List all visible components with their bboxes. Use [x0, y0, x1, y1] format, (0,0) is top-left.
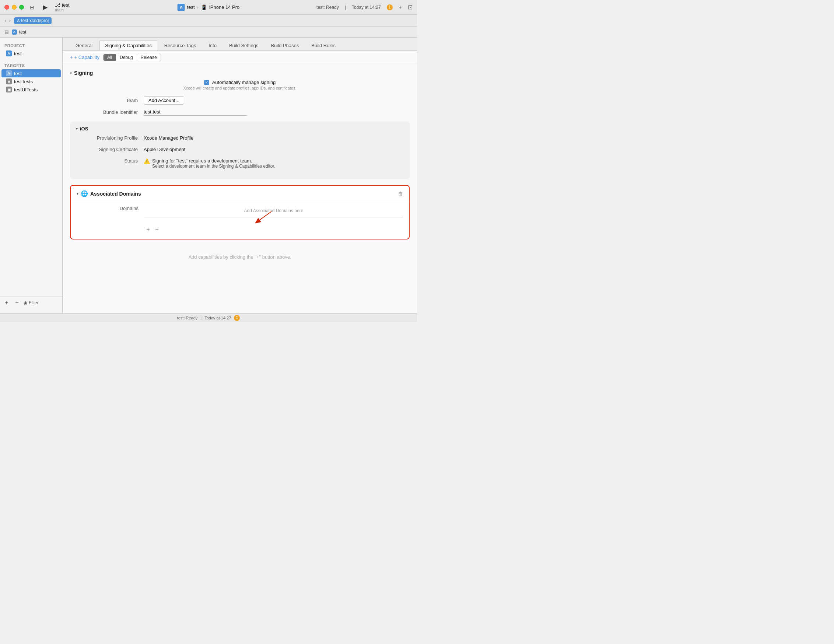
associated-domains-section: ▾ 🌐 Associated Domains 🗑 Domains Add Ass… [70, 185, 410, 239]
filter-release-button[interactable]: Release [137, 54, 161, 61]
scroll-content: ▾ Signing Automatically manage signing X… [63, 64, 417, 313]
target-testUITests-label: testUITests [14, 87, 37, 92]
targets-section-title: TARGETS [0, 62, 62, 69]
run-button[interactable] [40, 2, 50, 13]
delete-capability-button[interactable]: 🗑 [398, 191, 403, 197]
target-test-label: test [14, 71, 22, 76]
capabilities-hint: Add capabilities by clicking the "+" but… [70, 245, 410, 269]
domains-label: Domains [71, 204, 144, 211]
add-button[interactable]: + [399, 4, 402, 11]
bundle-label: Bundle Identifier [70, 109, 144, 115]
filter-debug-button[interactable]: Debug [116, 54, 137, 61]
provisioning-row: Provisioning Profile Xcode Managed Profi… [70, 135, 410, 143]
tab-bar: General Signing & Capabilities Resource … [63, 37, 417, 51]
project-item-label: test [14, 51, 22, 57]
signing-cert-label: Signing Certificate [70, 147, 144, 152]
main-layout: PROJECT A test TARGETS A test ⧫ testTest… [0, 37, 417, 313]
team-row: Team Add Account... [70, 96, 410, 105]
target-testUITests-icon: ▣ [6, 87, 12, 92]
target-testTests-label: testTests [14, 79, 33, 84]
auto-manage-row: Automatically manage signing Xcode will … [70, 79, 410, 90]
tab-build-rules[interactable]: Build Rules [306, 40, 341, 50]
sidebar-item-testUITests[interactable]: ▣ testUITests [2, 86, 61, 94]
tab-general[interactable]: General [70, 40, 98, 50]
scheme-name: test [62, 2, 70, 8]
forward-button[interactable]: › [8, 17, 12, 24]
provisioning-label: Provisioning Profile [70, 135, 144, 141]
signing-cert-row: Signing Certificate Apple Development [70, 147, 410, 154]
project-label: A test [12, 29, 26, 35]
sidebar-item-testTests[interactable]: ⧫ testTests [2, 78, 61, 86]
titlebar-center: A test › 📱 iPhone 14 Pro [178, 4, 240, 11]
signing-section-body: Automatically manage signing Xcode will … [70, 79, 410, 116]
status-label: Status [70, 158, 144, 163]
sidebar-panel-toggle[interactable]: ⊟ [5, 29, 9, 35]
remove-domain-button[interactable]: − [153, 226, 161, 234]
device-name: iPhone 14 Pro [209, 5, 239, 10]
filter-icon: ◉ [24, 300, 27, 306]
breadcrumb-bar: ‹ › A test.xcodeproj [0, 15, 417, 26]
tab-build-phases[interactable]: Build Phases [265, 40, 304, 50]
ad-header-left: ▾ 🌐 Associated Domains [77, 190, 398, 197]
close-button[interactable] [5, 5, 9, 10]
scheme-picker[interactable]: ⎇ test main [55, 2, 70, 12]
sidebar-item-test[interactable]: A test [2, 69, 61, 78]
back-button[interactable]: ‹ [4, 17, 7, 24]
inspector-toggle[interactable]: ⊡ [408, 4, 412, 11]
tab-info[interactable]: Info [203, 40, 222, 50]
breadcrumb-file[interactable]: A test.xcodeproj [14, 17, 52, 24]
bundle-identifier-input[interactable] [144, 108, 247, 116]
minimize-button[interactable] [12, 5, 16, 10]
auto-manage-label: Automatically manage signing [212, 79, 276, 85]
add-capability-button[interactable]: + + Capability [70, 55, 99, 60]
fullscreen-button[interactable] [19, 5, 24, 10]
filter-all-button[interactable]: All [103, 54, 116, 61]
team-button[interactable]: Add Account... [144, 96, 184, 105]
sidebar-item-project[interactable]: A test [2, 49, 61, 57]
sidebar-bottom: + − ◉ Filter [0, 296, 62, 309]
status-messages: Signing for "test" requires a developmen… [152, 158, 275, 169]
file-icon: A [17, 18, 19, 23]
signing-section: ▾ Signing Automatically manage signing X… [70, 70, 410, 116]
add-capability-label: + Capability [74, 55, 99, 60]
tab-build-settings[interactable]: Build Settings [224, 40, 264, 50]
status-time: Today at 14:27 [352, 5, 381, 10]
signing-section-title: Signing [74, 70, 93, 76]
domains-input-area[interactable]: Add Associated Domains here [144, 204, 403, 217]
remove-target-button[interactable]: − [13, 299, 21, 306]
signing-cert-value: Apple Development [144, 147, 410, 152]
target-testTests-icon: ⧫ [6, 78, 12, 84]
status-notification-badge[interactable]: 1 [234, 315, 240, 321]
add-remove-buttons: + − [144, 224, 403, 236]
auto-manage-checkbox[interactable] [204, 80, 209, 85]
bundle-row: Bundle Identifier [70, 108, 410, 116]
status-bar: test: Ready | Today at 14:27 1 [0, 313, 417, 322]
notification-badge[interactable]: 1 [387, 5, 393, 10]
status-center: test: Ready | Today at 14:27 1 [5, 315, 412, 321]
file-name: test.xcodeproj [21, 18, 48, 23]
status-row: Status ⚠️ Signing for "test" requires a … [70, 158, 410, 171]
add-target-button[interactable]: + [3, 299, 10, 306]
scheme-display: test [187, 5, 195, 10]
auto-manage-desc: Xcode will create and update profiles, a… [183, 86, 297, 90]
domains-hint: Add Associated Domains here [244, 208, 304, 213]
status-ready-text: test: Ready [177, 316, 198, 320]
branch-label: main [55, 8, 70, 12]
signing-section-header[interactable]: ▾ Signing [70, 70, 410, 76]
ios-title: iOS [80, 126, 88, 131]
ios-chevron-icon: ▾ [76, 127, 78, 131]
sidebar-toggle-button[interactable]: ⊟ [28, 4, 36, 11]
tab-resource-tags[interactable]: Resource Tags [159, 40, 202, 50]
project-small-icon: A [12, 29, 17, 35]
provisioning-value: Xcode Managed Profile [144, 135, 410, 141]
status-divider: | [200, 316, 202, 320]
filter-button[interactable]: ◉ Filter [24, 300, 39, 306]
tab-signing-capabilities[interactable]: Signing & Capabilities [99, 40, 157, 50]
add-domain-button[interactable]: + [144, 226, 152, 234]
nav-arrows: ‹ › [4, 17, 12, 24]
ios-header[interactable]: ▾ iOS [70, 126, 410, 131]
globe-icon: 🌐 [81, 190, 88, 197]
warning-icon: ⚠️ [144, 158, 150, 164]
status-text: test: Ready [317, 5, 339, 10]
project-section-title: PROJECT [0, 42, 62, 49]
